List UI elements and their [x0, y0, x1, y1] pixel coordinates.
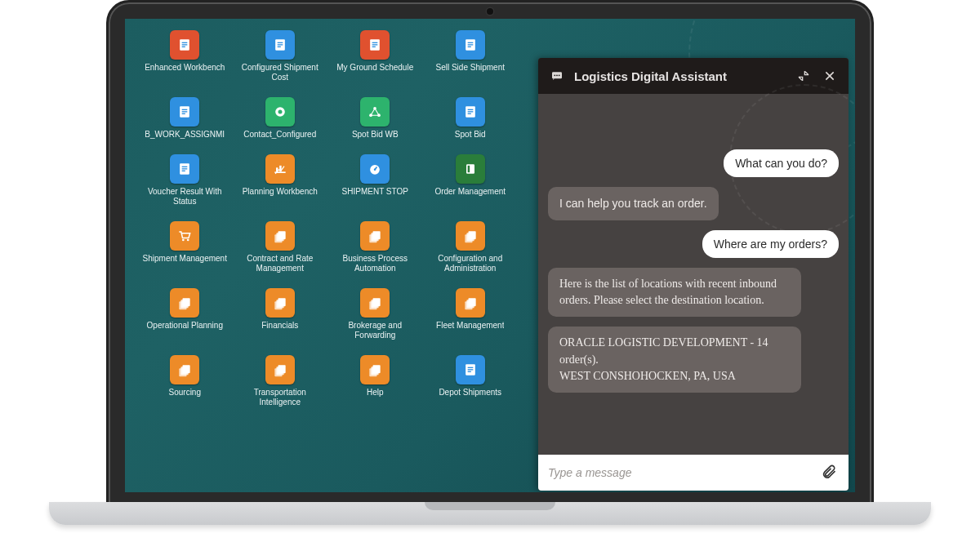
app-tile[interactable]: Contact_Configured [235, 97, 326, 140]
chat-input[interactable] [548, 466, 814, 479]
chat-title: Logistics Digital Assistant [574, 69, 786, 83]
app-label: Sourcing [169, 388, 201, 398]
app-tile[interactable]: My Ground Schedule [330, 30, 421, 82]
stack-icon [265, 221, 295, 251]
app-tile[interactable]: Configured Shipment Cost [235, 30, 326, 82]
app-label: Contact_Configured [243, 130, 316, 140]
app-tile[interactable]: Spot Bid WB [330, 97, 421, 140]
app-tile[interactable]: Financials [235, 288, 326, 340]
minimize-icon[interactable] [795, 67, 813, 85]
app-label: Shipment Management [143, 254, 227, 264]
app-label: SHIPMENT STOP [342, 187, 408, 197]
app-label: Sell Side Shipment [436, 63, 506, 73]
chart-icon [265, 154, 295, 184]
app-tile[interactable]: Brokerage and Forwarding [330, 288, 421, 340]
app-label: Configured Shipment Cost [237, 63, 323, 82]
svg-point-2 [556, 74, 558, 76]
app-tile[interactable]: Depot Shipments [425, 355, 516, 407]
app-tile[interactable]: Voucher Result With Status [140, 154, 230, 207]
app-tile[interactable]: Planning Workbench [235, 154, 326, 207]
page-icon [170, 97, 199, 127]
app-label: Voucher Result With Status [141, 187, 228, 207]
app-tile[interactable]: Help [330, 355, 421, 407]
svg-point-3 [559, 74, 560, 76]
app-tile[interactable]: Sourcing [140, 355, 230, 407]
gauge-icon [360, 154, 390, 184]
user-message: What can you do? [724, 149, 839, 177]
page-icon [456, 355, 485, 384]
stack-icon [360, 288, 390, 318]
app-label: Transportation Intelligence [237, 388, 323, 407]
app-label: B_WORK_ASSIGNMI [145, 130, 225, 140]
app-label: Enhanced Workbench [145, 63, 225, 73]
close-icon[interactable] [821, 67, 839, 85]
page-icon [170, 154, 199, 184]
chat-logo-icon [548, 67, 566, 85]
app-label: Configuration and Administration [427, 254, 514, 273]
app-tile[interactable]: Business Process Automation [330, 221, 421, 273]
app-tile[interactable]: Contract and Rate Management [235, 221, 326, 273]
stack-icon [265, 355, 295, 384]
app-label: Business Process Automation [332, 254, 418, 273]
app-label: Spot Bid [455, 130, 486, 140]
ring-icon [456, 154, 485, 184]
stack-icon [360, 221, 390, 251]
stack-icon [170, 288, 199, 318]
app-label: Brokerage and Forwarding [332, 321, 418, 340]
page-icon [456, 97, 485, 127]
chat-body: What can you do?I can help you track an … [538, 94, 849, 455]
stack-icon [265, 288, 295, 318]
app-label: Planning Workbench [243, 187, 318, 197]
laptop-frame: Enhanced WorkbenchConfigured Shipment Co… [106, 0, 874, 506]
app-tile[interactable]: Spot Bid [425, 97, 516, 140]
chat-panel: Logistics Digital Assistant What can you… [538, 58, 849, 491]
app-label: My Ground Schedule [336, 63, 413, 73]
app-label: Financials [261, 321, 298, 331]
page-icon [456, 30, 485, 60]
user-message: Where are my orders? [702, 230, 839, 258]
chat-header: Logistics Digital Assistant [538, 58, 849, 94]
laptop-notch [425, 502, 555, 510]
app-label: Contract and Rate Management [237, 254, 323, 273]
app-label: Depot Shipments [439, 388, 501, 398]
app-tile[interactable]: Fleet Management [425, 288, 516, 340]
stack-icon [456, 288, 485, 318]
app-tile[interactable]: Order Management [425, 154, 516, 207]
app-tile[interactable]: Operational Planning [140, 288, 230, 340]
app-tile[interactable]: Transportation Intelligence [235, 355, 326, 407]
screen: Enhanced WorkbenchConfigured Shipment Co… [125, 19, 855, 492]
cart-icon [170, 221, 199, 251]
page-icon [265, 30, 295, 60]
stack-icon [170, 355, 199, 384]
app-tile[interactable]: Sell Side Shipment [425, 30, 516, 82]
camera-dot [487, 8, 493, 15]
chat-input-bar [538, 455, 849, 491]
app-grid: Enhanced WorkbenchConfigured Shipment Co… [140, 30, 515, 407]
page-icon [170, 30, 199, 60]
bot-message[interactable]: ORACLE LOGISTIC DEVELOPMENT - 14 order(s… [548, 327, 801, 393]
app-label: Order Management [434, 187, 506, 197]
laptop-base [49, 502, 931, 525]
bot-message[interactable]: I can help you track an order. [548, 187, 719, 220]
app-tile[interactable]: Enhanced Workbench [140, 30, 230, 82]
app-label: Fleet Management [436, 321, 504, 331]
nodes-icon [360, 97, 390, 127]
app-label: Help [367, 388, 384, 398]
app-tile[interactable]: Configuration and Administration [425, 221, 516, 273]
app-tile[interactable]: B_WORK_ASSIGNMI [140, 97, 230, 140]
app-label: Spot Bid WB [352, 130, 399, 140]
app-tile[interactable]: Shipment Management [140, 221, 230, 273]
stack-icon [360, 355, 390, 384]
page-icon [360, 30, 390, 60]
attach-icon[interactable] [821, 464, 839, 482]
bot-message[interactable]: Here is the list of locations with recen… [548, 268, 801, 318]
gear-icon [265, 97, 295, 127]
app-label: Operational Planning [147, 321, 223, 331]
app-tile[interactable]: SHIPMENT STOP [330, 154, 421, 207]
stack-icon [456, 221, 485, 251]
svg-point-1 [554, 74, 555, 76]
